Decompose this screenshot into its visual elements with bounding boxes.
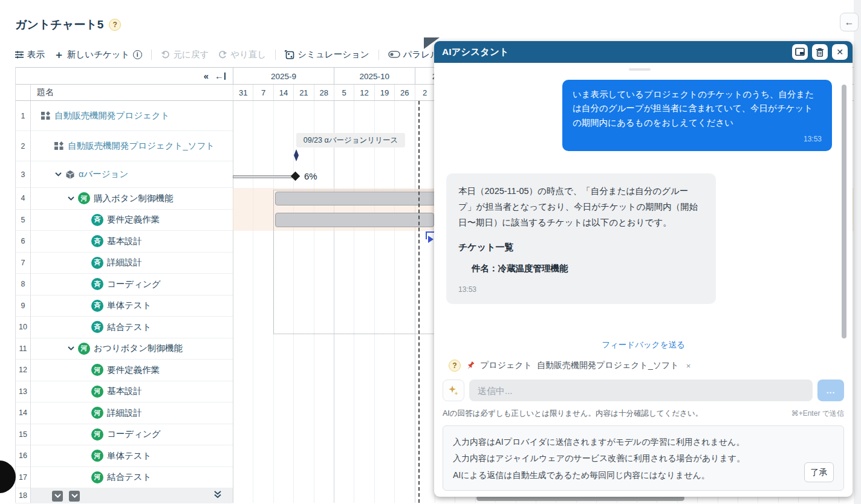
table-row[interactable]: 6 斉基本設計 [16,231,233,253]
undo-label: 元に戻す [174,49,209,60]
table-header-row: 題名 [16,85,233,101]
popout-button[interactable] [792,44,808,60]
table-row[interactable]: 17 河結合テスト [16,467,233,489]
week-tick: 28 [314,85,334,100]
project-icon [41,111,51,121]
table-row[interactable]: 1 自動販売機開発プロジェクト [16,101,233,131]
send-shortcut-hint: ⌘+Enter で送信 [791,409,844,419]
send-button[interactable]: ... [817,380,844,401]
toolbar: 表示 ＋ 新しいチケット i 元に戻す やり直し シミュレーション [15,47,466,62]
expand-all-icon[interactable] [213,490,222,501]
chat-vertical-scrollbar[interactable] [842,85,846,338]
week-tick: 21 [293,85,313,100]
table-row[interactable]: 13 河基本設計 [16,381,233,403]
ai-disclaimer: AIの回答は必ずしも正しいとは限りません。内容は十分確認してください。 [443,409,703,419]
back-button[interactable]: ← [840,13,859,31]
table-row[interactable]: 4 河 購入ボタン制御機能 [16,188,233,210]
table-row[interactable]: 11 河 おつりボタン制御機能 [16,338,233,360]
week-tick: 12 [354,85,374,100]
context-value: 自動販売機開発プロジェクト_ソフト [537,360,679,371]
context-help-icon[interactable]: ? [449,360,461,372]
feedback-link[interactable]: フィードバックを送る [434,340,853,351]
redo-button[interactable]: やり直し [218,49,266,60]
assignee-avatar: 河 [91,407,103,419]
clear-chat-button[interactable] [812,44,828,60]
context-type-label: プロジェクト [480,360,532,371]
ai-panel-header[interactable]: AIアシスタント ✕ [434,41,853,63]
assignee-avatar: 斉 [91,235,103,247]
toolbar-divider [275,50,276,60]
accept-button[interactable]: 了承 [804,462,834,482]
disclaimer-row: AIの回答は必ずしも正しいとは限りません。内容は十分確認してください。 ⌘+En… [443,409,844,419]
row-number-header [16,85,31,100]
scroll-left-fast-icon[interactable]: « [204,71,209,81]
info-icon[interactable]: i [133,50,142,59]
ai-prompt-button[interactable] [443,380,464,401]
task-bar[interactable] [275,213,434,227]
new-ticket-button[interactable]: ＋ 新しいチケット i [54,49,142,60]
assignee-avatar: 河 [78,343,90,355]
today-line [418,101,420,503]
table-row[interactable]: 3 αバージョン [16,161,233,188]
toolbar-divider [151,50,152,60]
collapse-icon[interactable] [68,196,74,201]
chat-scroll-indicator [629,68,651,71]
table-row[interactable]: 16 河単体テスト [16,445,233,467]
milestone-label[interactable]: 09/23 αバージョンリリース [296,133,405,147]
chat-input[interactable] [469,380,813,401]
remove-context-icon[interactable]: × [686,361,691,370]
back-arrow-icon: ← [845,17,854,28]
display-settings-button[interactable]: 表示 [15,49,45,60]
week-tick: 14 [273,85,293,100]
table-row[interactable]: 14 河詳細設計 [16,402,233,424]
month-cell: 2025-9 [233,68,334,85]
table-row[interactable]: 12 河要件定義作業 [16,360,233,381]
assignee-avatar: 斉 [91,214,103,226]
message-timestamp: 13:53 [458,283,704,297]
simulation-button[interactable]: シミュレーション [285,49,369,60]
table-row[interactable]: 9 斉単体テスト [16,296,233,317]
close-button[interactable]: ✕ [832,44,848,60]
gantt-title-table: « ← 題名 1 自動販売機開発プロジェクト 2 自動販売機開発プロジェクト_ソ… [15,67,233,503]
privacy-notice: 入力内容はAIプロバイダに送信されますがモデルの学習に利用されません。 入力内容… [443,425,844,491]
dice-icon [285,50,294,59]
pushpin-icon [466,361,475,370]
popout-icon [795,48,805,56]
undo-button[interactable]: 元に戻す [161,49,209,60]
milestone-marker[interactable] [293,149,299,164]
table-row[interactable]: 10 斉結合テスト [16,317,233,338]
help-icon[interactable]: ? [109,19,121,31]
expand-row-button[interactable] [69,491,80,502]
project-icon [54,141,64,151]
app-window: ガントチャート5 ? ← 表示 ＋ 新しいチケット i 元に戻す [0,0,861,504]
page-title: ガントチャート5 [15,17,103,33]
assignee-avatar: 河 [91,386,103,398]
sliders-icon [15,51,24,59]
undo-icon [161,50,171,59]
plus-icon: ＋ [54,50,64,60]
ai-assistant-panel: AIアシスタント ✕ いま表示しているプロジェクトのチケットのうち、自分または自… [434,41,853,497]
table-row[interactable]: 7 斉詳細設計 [16,253,233,274]
timeline-nav: « ← [16,68,233,85]
trash-icon [816,48,824,57]
month-gridline [233,68,233,503]
table-row[interactable]: 8 斉コーディング [16,274,233,296]
expand-row-button[interactable] [52,491,63,502]
display-label: 表示 [27,49,45,60]
assignee-avatar: 河 [78,192,90,204]
collapse-icon[interactable] [68,346,74,351]
toolbar-divider [379,50,379,60]
collapse-icon[interactable] [55,172,62,176]
scroll-to-start-icon[interactable]: ← [215,71,226,81]
new-ticket-label: 新しいチケット [67,49,130,60]
table-row[interactable]: 15 河コーディング [16,424,233,446]
sparkles-icon [448,385,459,396]
ticket-list-heading: チケット一覧 [458,239,704,255]
version-cube-icon [65,170,75,179]
right-edge-strip [854,0,861,504]
table-row[interactable]: 2 自動販売機開発プロジェクト_ソフト [16,131,233,161]
user-message-text: いま表示しているプロジェクトのチケットのうち、自分または自分のグループが担当者に… [573,88,822,130]
week-tick: 26 [394,85,414,100]
floating-action-button[interactable] [0,460,16,493]
table-row[interactable]: 5 斉要件定義作業 [16,210,233,231]
